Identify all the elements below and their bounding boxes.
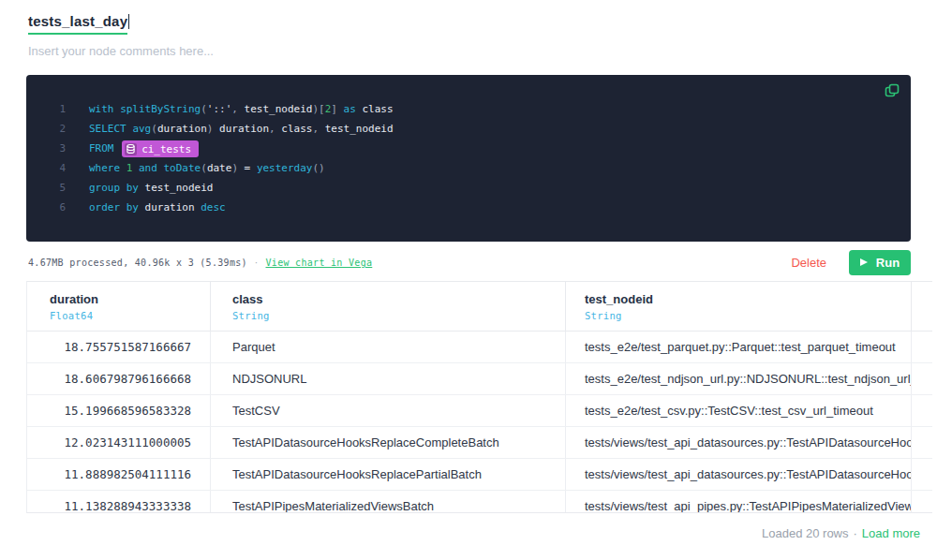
code-text: SELECT avg(duration) duration, class, te… (89, 119, 394, 139)
stats-separator: · (255, 258, 259, 268)
node-title-input[interactable]: tests_last_day (28, 13, 127, 35)
cell-class: Parquet (211, 332, 566, 362)
code-lines: 1with splitByString('::', test_nodeid)[2… (26, 75, 911, 217)
table-row: 15.199668596583328TestCSVtests_e2e/test_… (27, 395, 932, 427)
column-type: String (585, 310, 911, 321)
table-footer: Loaded 20 rows · Load more (762, 526, 920, 540)
header-filler (912, 282, 932, 331)
code-text: with splitByString('::', test_nodeid)[2]… (89, 99, 394, 119)
sql-editor[interactable]: 1with splitByString('::', test_nodeid)[2… (26, 75, 911, 242)
query-stats: 4.67MB processed, 40.96k x 3 (5.39ms) · … (28, 258, 372, 268)
cell-test_nodeid: tests_e2e/test_parquet.py::Parquet::test… (566, 332, 912, 362)
run-button[interactable]: Run (849, 250, 911, 275)
view-chart-vega-link[interactable]: View chart in Vega (266, 258, 373, 268)
code-line: 3FROM ci_tests (26, 139, 911, 158)
cell-duration: 12.023143111000005 (27, 427, 211, 458)
cell-duration: 18.606798796166668 (27, 363, 211, 394)
node-title: tests_last_day (28, 13, 129, 35)
line-number: 2 (26, 119, 66, 139)
column-type: String (232, 310, 565, 321)
row-filler (912, 395, 932, 426)
column-header-duration[interactable]: durationFloat64 (27, 282, 211, 331)
table-row: 11.138288943333338TestAPIPipesMaterializ… (27, 491, 932, 513)
code-line: 6order by duration desc (26, 198, 911, 217)
datasource-icon (125, 143, 137, 155)
datasource-badge[interactable]: ci_tests (122, 140, 199, 157)
cell-duration: 11.888982504111116 (27, 459, 211, 490)
query-stats-text: 4.67MB processed, 40.96k x 3 (5.39ms) (28, 258, 247, 268)
code-text: order by duration desc (89, 198, 226, 217)
table-body: 18.755751587166667Parquettests_e2e/test_… (27, 332, 932, 513)
code-text: where 1 and toDate(date) = yesterday() (89, 158, 325, 178)
cell-class: TestAPIPipesMaterializedViewsBatch (211, 491, 566, 513)
cell-test_nodeid: tests/views/test_api_datasources.py::Tes… (566, 459, 912, 490)
row-filler (912, 427, 932, 458)
text-cursor (128, 14, 129, 29)
cell-class: TestAPIDatasourceHooksReplacePartialBatc… (211, 459, 566, 490)
column-name: class (232, 292, 565, 306)
cell-test_nodeid: tests_e2e/test_csv.py::TestCSV::test_csv… (566, 395, 912, 426)
code-line: 2SELECT avg(duration) duration, class, t… (26, 119, 911, 139)
code-text: FROM ci_tests (89, 139, 199, 158)
cell-class: TestAPIDatasourceHooksReplaceCompleteBat… (211, 427, 566, 458)
column-header-test_nodeid[interactable]: test_nodeidString (566, 282, 912, 331)
row-filler (912, 332, 932, 362)
line-number: 4 (26, 158, 66, 178)
code-line: 5group by test_nodeid (26, 178, 911, 198)
column-name: test_nodeid (585, 292, 911, 306)
footer-separator: · (854, 526, 857, 540)
run-button-label: Run (876, 256, 900, 270)
table-header-row: durationFloat64classStringtest_nodeidStr… (27, 282, 932, 332)
cell-class: NDJSONURL (211, 363, 566, 394)
cell-test_nodeid: tests/views/test_api_datasources.py::Tes… (566, 427, 912, 458)
status-row: 4.67MB processed, 40.96k x 3 (5.39ms) · … (28, 248, 911, 276)
row-filler (912, 491, 932, 513)
cell-test_nodeid: tests/views/test_api_pipes.py::TestAPIPi… (566, 491, 912, 513)
table-row: 11.888982504111116TestAPIDatasourceHooks… (27, 459, 932, 491)
results-table: durationFloat64classStringtest_nodeidStr… (26, 281, 932, 513)
line-number: 5 (26, 178, 66, 198)
code-line: 4where 1 and toDate(date) = yesterday() (26, 158, 911, 178)
line-number: 3 (26, 139, 66, 158)
line-number: 1 (26, 99, 66, 119)
node-actions: Delete Run (791, 250, 911, 275)
cell-test_nodeid: tests_e2e/test_ndjson_url.py::NDJSONURL:… (566, 363, 912, 394)
node-comment-input[interactable]: Insert your node comments here... (28, 44, 214, 58)
column-name: duration (50, 292, 210, 306)
cell-duration: 18.755751587166667 (27, 332, 211, 362)
code-text: group by test_nodeid (89, 178, 213, 198)
play-icon (860, 258, 868, 266)
loaded-rows-text: Loaded 20 rows (762, 526, 849, 540)
cell-class: TestCSV (211, 395, 566, 426)
cell-duration: 11.138288943333338 (27, 491, 211, 513)
column-header-class[interactable]: classString (211, 282, 566, 331)
table-row: 18.606798796166668NDJSONURLtests_e2e/tes… (27, 363, 932, 395)
row-filler (912, 459, 932, 490)
table-row: 12.023143111000005TestAPIDatasourceHooks… (27, 427, 932, 459)
row-filler (912, 363, 932, 394)
table-row: 18.755751587166667Parquettests_e2e/test_… (27, 332, 932, 363)
delete-button[interactable]: Delete (791, 256, 826, 270)
load-more-link[interactable]: Load more (862, 526, 920, 540)
copy-icon[interactable] (885, 83, 900, 98)
code-line: 1with splitByString('::', test_nodeid)[2… (26, 99, 911, 119)
column-type: Float64 (50, 310, 210, 321)
cell-duration: 15.199668596583328 (27, 395, 211, 426)
line-number: 6 (26, 198, 66, 217)
